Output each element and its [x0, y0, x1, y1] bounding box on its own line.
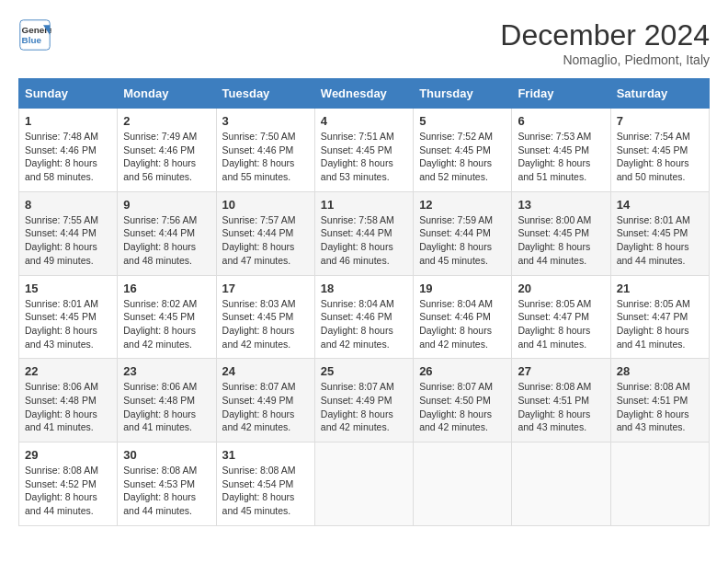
- day-info: Sunrise: 8:06 AMSunset: 4:48 PMDaylight:…: [25, 380, 111, 434]
- day-info: Sunrise: 7:54 AMSunset: 4:45 PMDaylight:…: [617, 130, 703, 184]
- calendar-week-3: 15Sunrise: 8:01 AMSunset: 4:45 PMDayligh…: [19, 275, 710, 359]
- calendar-cell: 26Sunrise: 8:07 AMSunset: 4:50 PMDayligh…: [414, 359, 512, 442]
- day-number: 10: [222, 198, 309, 212]
- day-number: 20: [518, 282, 604, 295]
- svg-text:Blue: Blue: [22, 35, 42, 45]
- calendar-cell: [512, 442, 610, 526]
- calendar-cell: 8Sunrise: 7:55 AMSunset: 4:44 PMDaylight…: [19, 191, 118, 275]
- calendar-cell: 11Sunrise: 7:58 AMSunset: 4:44 PMDayligh…: [314, 191, 413, 275]
- calendar-cell: 27Sunrise: 8:08 AMSunset: 4:51 PMDayligh…: [512, 359, 610, 442]
- day-number: 29: [25, 448, 111, 462]
- day-info: Sunrise: 8:02 AMSunset: 4:45 PMDaylight:…: [123, 297, 210, 351]
- day-info: Sunrise: 8:07 AMSunset: 4:49 PMDaylight:…: [222, 380, 309, 434]
- day-number: 14: [617, 198, 703, 212]
- calendar-cell: 20Sunrise: 8:05 AMSunset: 4:47 PMDayligh…: [512, 275, 610, 359]
- day-number: 21: [617, 282, 703, 295]
- day-info: Sunrise: 7:51 AMSunset: 4:45 PMDaylight:…: [321, 130, 407, 184]
- calendar-cell: 13Sunrise: 8:00 AMSunset: 4:45 PMDayligh…: [512, 191, 610, 275]
- calendar-cell: 16Sunrise: 8:02 AMSunset: 4:45 PMDayligh…: [118, 275, 216, 359]
- day-number: 22: [25, 364, 111, 378]
- calendar-cell: 9Sunrise: 7:56 AMSunset: 4:44 PMDaylight…: [118, 191, 216, 275]
- calendar-cell: 7Sunrise: 7:54 AMSunset: 4:45 PMDaylight…: [610, 109, 709, 192]
- calendar-week-5: 29Sunrise: 8:08 AMSunset: 4:52 PMDayligh…: [19, 442, 710, 526]
- calendar-cell: 12Sunrise: 7:59 AMSunset: 4:44 PMDayligh…: [414, 191, 512, 275]
- day-number: 11: [321, 198, 407, 212]
- day-info: Sunrise: 8:05 AMSunset: 4:47 PMDaylight:…: [518, 297, 604, 351]
- day-number: 7: [617, 114, 703, 128]
- calendar-header-row: SundayMondayTuesdayWednesdayThursdayFrid…: [19, 79, 710, 109]
- calendar-cell: [610, 442, 709, 526]
- calendar-cell: 17Sunrise: 8:03 AMSunset: 4:45 PMDayligh…: [216, 275, 314, 359]
- calendar-cell: [414, 442, 512, 526]
- calendar-cell: 2Sunrise: 7:49 AMSunset: 4:46 PMDaylight…: [118, 109, 216, 192]
- day-info: Sunrise: 8:08 AMSunset: 4:54 PMDaylight:…: [222, 464, 309, 518]
- weekday-header-tuesday: Tuesday: [216, 79, 314, 109]
- weekday-header-friday: Friday: [512, 79, 610, 109]
- day-info: Sunrise: 8:04 AMSunset: 4:46 PMDaylight:…: [419, 297, 506, 351]
- day-number: 1: [25, 114, 111, 128]
- day-info: Sunrise: 7:52 AMSunset: 4:45 PMDaylight:…: [419, 130, 506, 184]
- title-section: December 2024 Nomaglio, Piedmont, Italy: [500, 18, 710, 67]
- day-number: 27: [518, 364, 604, 378]
- calendar-cell: 29Sunrise: 8:08 AMSunset: 4:52 PMDayligh…: [19, 442, 118, 526]
- calendar-cell: 19Sunrise: 8:04 AMSunset: 4:46 PMDayligh…: [414, 275, 512, 359]
- calendar-cell: 1Sunrise: 7:48 AMSunset: 4:46 PMDaylight…: [19, 109, 118, 192]
- calendar-week-2: 8Sunrise: 7:55 AMSunset: 4:44 PMDaylight…: [19, 191, 710, 275]
- day-info: Sunrise: 7:56 AMSunset: 4:44 PMDaylight:…: [123, 213, 210, 268]
- day-info: Sunrise: 8:08 AMSunset: 4:53 PMDaylight:…: [123, 464, 210, 518]
- day-number: 9: [123, 198, 210, 212]
- day-number: 5: [419, 114, 506, 128]
- calendar-week-4: 22Sunrise: 8:06 AMSunset: 4:48 PMDayligh…: [19, 359, 710, 442]
- day-number: 15: [25, 282, 111, 295]
- header: General Blue December 2024 Nomaglio, Pie…: [18, 18, 710, 67]
- day-info: Sunrise: 8:01 AMSunset: 4:45 PMDaylight:…: [617, 213, 703, 268]
- calendar-cell: 5Sunrise: 7:52 AMSunset: 4:45 PMDaylight…: [414, 109, 512, 192]
- day-number: 12: [419, 198, 506, 212]
- calendar-cell: 24Sunrise: 8:07 AMSunset: 4:49 PMDayligh…: [216, 359, 314, 442]
- calendar-cell: 4Sunrise: 7:51 AMSunset: 4:45 PMDaylight…: [314, 109, 413, 192]
- day-info: Sunrise: 8:00 AMSunset: 4:45 PMDaylight:…: [518, 213, 604, 268]
- calendar-cell: 31Sunrise: 8:08 AMSunset: 4:54 PMDayligh…: [216, 442, 314, 526]
- day-number: 8: [25, 198, 111, 212]
- day-info: Sunrise: 8:06 AMSunset: 4:48 PMDaylight:…: [123, 380, 210, 434]
- location-subtitle: Nomaglio, Piedmont, Italy: [500, 52, 710, 67]
- day-number: 16: [123, 282, 210, 295]
- day-number: 17: [222, 282, 309, 295]
- logo-icon: General Blue: [18, 18, 51, 52]
- day-number: 31: [222, 448, 309, 462]
- logo: General Blue: [18, 18, 51, 52]
- calendar-cell: 10Sunrise: 7:57 AMSunset: 4:44 PMDayligh…: [216, 191, 314, 275]
- day-info: Sunrise: 8:07 AMSunset: 4:49 PMDaylight:…: [321, 380, 407, 434]
- day-number: 30: [123, 448, 210, 462]
- calendar-cell: 15Sunrise: 8:01 AMSunset: 4:45 PMDayligh…: [19, 275, 118, 359]
- day-info: Sunrise: 8:07 AMSunset: 4:50 PMDaylight:…: [419, 380, 506, 434]
- calendar-cell: 30Sunrise: 8:08 AMSunset: 4:53 PMDayligh…: [118, 442, 216, 526]
- day-info: Sunrise: 7:55 AMSunset: 4:44 PMDaylight:…: [25, 213, 111, 268]
- weekday-header-wednesday: Wednesday: [314, 79, 413, 109]
- day-info: Sunrise: 7:53 AMSunset: 4:45 PMDaylight:…: [518, 130, 604, 184]
- calendar-cell: 28Sunrise: 8:08 AMSunset: 4:51 PMDayligh…: [610, 359, 709, 442]
- calendar-cell: [314, 442, 413, 526]
- day-info: Sunrise: 7:57 AMSunset: 4:44 PMDaylight:…: [222, 213, 309, 268]
- day-info: Sunrise: 8:04 AMSunset: 4:46 PMDaylight:…: [321, 297, 407, 351]
- calendar-cell: 6Sunrise: 7:53 AMSunset: 4:45 PMDaylight…: [512, 109, 610, 192]
- day-info: Sunrise: 8:05 AMSunset: 4:47 PMDaylight:…: [617, 297, 703, 351]
- day-info: Sunrise: 8:01 AMSunset: 4:45 PMDaylight:…: [25, 297, 111, 351]
- day-number: 26: [419, 364, 506, 378]
- day-number: 19: [419, 282, 506, 295]
- day-info: Sunrise: 8:08 AMSunset: 4:51 PMDaylight:…: [518, 380, 604, 434]
- day-info: Sunrise: 7:48 AMSunset: 4:46 PMDaylight:…: [25, 130, 111, 184]
- day-number: 13: [518, 198, 604, 212]
- calendar-cell: 25Sunrise: 8:07 AMSunset: 4:49 PMDayligh…: [314, 359, 413, 442]
- day-number: 3: [222, 114, 309, 128]
- calendar-cell: 22Sunrise: 8:06 AMSunset: 4:48 PMDayligh…: [19, 359, 118, 442]
- calendar-table: SundayMondayTuesdayWednesdayThursdayFrid…: [18, 78, 710, 526]
- day-info: Sunrise: 7:49 AMSunset: 4:46 PMDaylight:…: [123, 130, 210, 184]
- day-number: 18: [321, 282, 407, 295]
- day-number: 28: [617, 364, 703, 378]
- calendar-cell: 3Sunrise: 7:50 AMSunset: 4:46 PMDaylight…: [216, 109, 314, 192]
- weekday-header-saturday: Saturday: [610, 79, 709, 109]
- day-info: Sunrise: 7:58 AMSunset: 4:44 PMDaylight:…: [321, 213, 407, 268]
- day-number: 2: [123, 114, 210, 128]
- day-number: 25: [321, 364, 407, 378]
